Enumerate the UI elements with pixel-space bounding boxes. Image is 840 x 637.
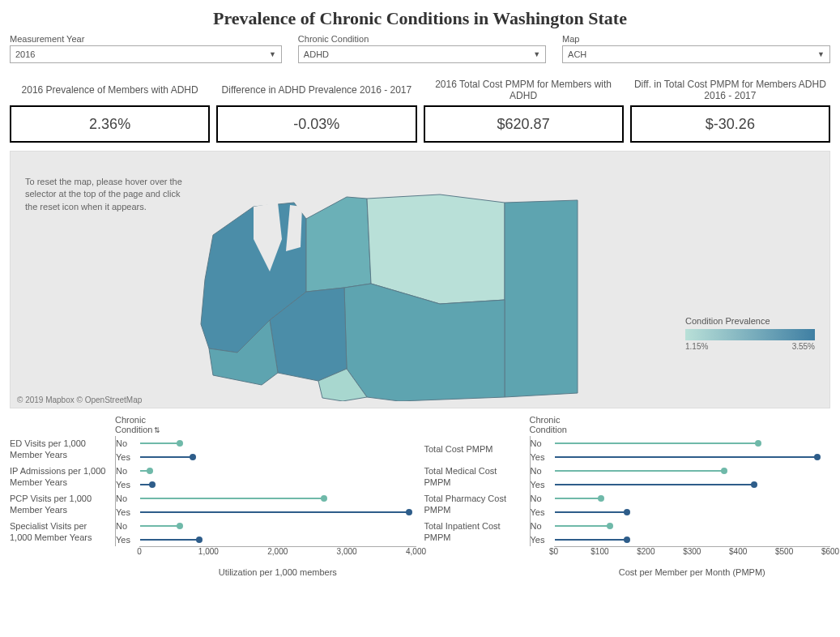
year-select-value: 2016 [15,49,35,59]
series-label: No [116,494,140,503]
filter-condition: Chronic Condition ADHD ▼ [298,34,546,63]
metric-label: Total Cost PMPM [424,436,530,464]
axis-tick: 0 [137,547,142,556]
lollipop-track [555,536,831,544]
axis-tick: $400 [729,547,747,556]
lollipop-track [140,494,416,502]
filter-condition-label: Chronic Condition [298,34,546,44]
lollipop-track [140,522,416,530]
legend-gradient [685,329,815,340]
kpi-value: 2.36% [10,105,210,143]
lollipop-track [555,522,831,530]
lollipop-row[interactable]: No [531,436,831,450]
kpi-value: $620.87 [424,105,624,143]
series-label: Yes [116,507,140,517]
column-header[interactable]: Chronic Condition⇅ [115,415,156,434]
series-label: Yes [531,535,555,545]
choropleth-map[interactable] [156,158,594,401]
condition-select-value: ADHD [304,49,329,59]
lollipop-row[interactable]: Yes [531,477,831,491]
lollipop-row[interactable]: Yes [116,477,416,491]
series-label: Yes [531,452,555,462]
metric-label: IP Admissions per 1,000 Member Years [10,464,115,491]
series-label: Yes [116,535,140,545]
lollipop-row[interactable]: Yes [531,532,831,546]
column-header[interactable]: Chronic Condition [530,415,570,434]
map-select[interactable]: ACH ▼ [562,45,830,63]
sort-icon[interactable]: ⇅ [154,426,160,434]
axis-tick: $300 [683,547,701,556]
series-label: No [116,438,140,448]
legend-title: Condition Prevalence [685,316,815,326]
metric-label: Total Inpatient Cost PMPM [424,519,530,546]
kpi-card: Difference in ADHD Prevalence 2016 - 201… [216,76,416,143]
metric-row: Total Cost PMPMNoYes [424,436,831,464]
lollipop-row[interactable]: Yes [116,450,416,464]
metric-row: Total Medical Cost PMPMNoYes [424,464,831,491]
lollipop-row[interactable]: No [116,491,416,505]
series-label: Yes [531,480,555,490]
axis-tick: $0 [549,547,558,556]
lollipop-row[interactable]: No [116,464,416,477]
map-region[interactable] [505,200,578,397]
lollipop-row[interactable]: Yes [116,505,416,519]
axis-tick: 1,000 [198,547,219,556]
map-region[interactable] [306,197,371,292]
series-label: No [531,521,555,531]
cost-chart: Chronic ConditionTotal Cost PMPMNoYesTot… [424,415,831,577]
kpi-value: $-30.26 [630,105,830,143]
axis-tick: 3,000 [337,547,357,556]
lollipop-track [555,508,831,516]
metric-row: IP Admissions per 1,000 Member YearsNoYe… [10,464,416,491]
map-credits: © 2019 Mapbox © OpenStreetMap [17,395,142,404]
lollipop-track [140,467,416,475]
year-select[interactable]: 2016 ▼ [10,45,282,63]
lollipop-row[interactable]: No [531,491,831,505]
series-label: No [116,466,140,476]
lollipop-row[interactable]: Yes [531,505,831,519]
chevron-down-icon: ▼ [533,50,540,58]
condition-select[interactable]: ADHD ▼ [298,45,546,63]
kpi-value: -0.03% [216,105,416,143]
filter-year-label: Measurement Year [10,34,282,44]
legend-max: 3.55% [792,342,815,351]
series-label: Yes [116,452,140,462]
kpi-label: 2016 Total Cost PMPM for Members with AD… [424,76,624,104]
lollipop-row[interactable]: No [531,519,831,532]
lollipop-track [140,536,416,544]
lollipop-row[interactable]: No [116,436,416,450]
lollipop-track [140,453,416,461]
axis-tick: $200 [637,547,655,556]
lollipop-row[interactable]: Yes [531,450,831,464]
metric-label: Total Pharmacy Cost PMPM [424,491,530,519]
metric-row: ED Visits per 1,000 Member YearsNoYes [10,436,416,464]
kpi-card: Diff. in Total Cost PMPM for Members ADH… [630,76,830,143]
metric-row: Total Inpatient Cost PMPMNoYes [424,519,831,546]
kpi-label: 2016 Prevalence of Members with ADHD [10,76,210,104]
axis-tick: 2,000 [267,547,288,556]
legend-min: 1.15% [685,342,708,351]
lollipop-track [555,439,831,447]
lollipop-row[interactable]: Yes [116,532,416,546]
filter-map-label: Map [562,34,830,44]
series-label: Yes [116,480,140,490]
lollipop-track [140,439,416,447]
map-region[interactable] [344,284,505,401]
lollipop-row[interactable]: No [531,464,831,477]
page-title: Prevalence of Chronic Conditions in Wash… [0,0,840,34]
map-panel[interactable]: To reset the map, please hover over the … [10,151,830,408]
series-label: No [531,438,555,448]
lollipop-row[interactable]: No [116,519,416,532]
map-region[interactable] [367,195,505,304]
series-label: No [116,521,140,531]
metric-label: Specialist Visits per 1,000 Member Years [10,519,115,546]
kpi-card: 2016 Prevalence of Members with ADHD2.36… [10,76,210,143]
metric-row: PCP Visits per 1,000 Member YearsNoYes [10,491,416,519]
chevron-down-icon: ▼ [269,50,276,58]
axis-tick: $600 [821,547,839,556]
series-label: Yes [531,507,555,517]
axis-tick: 4,000 [406,547,426,556]
metric-label: ED Visits per 1,000 Member Years [10,436,115,464]
map-select-value: ACH [568,49,586,59]
metric-label: PCP Visits per 1,000 Member Years [10,491,115,519]
